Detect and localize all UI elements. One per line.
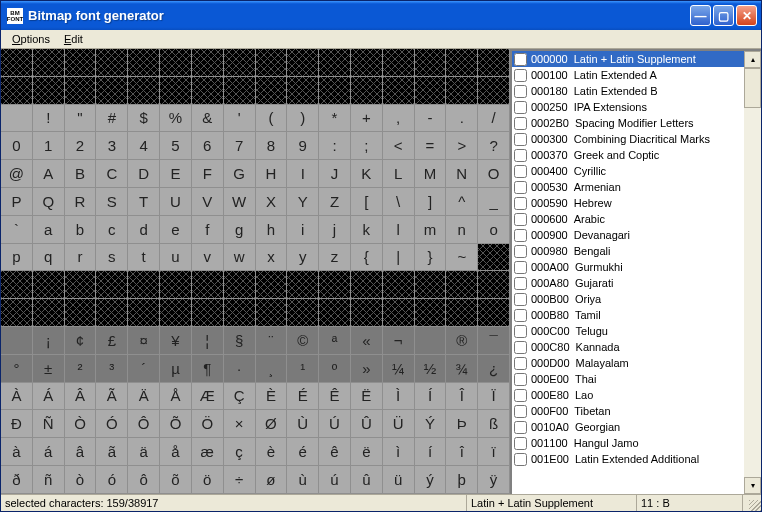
range-row[interactable]: 000250IPA Extensions [512, 99, 761, 115]
range-row[interactable]: 0010A0Georgian [512, 419, 761, 435]
range-checkbox[interactable] [514, 229, 527, 242]
char-cell[interactable]: È [256, 383, 288, 411]
char-cell[interactable] [160, 77, 192, 105]
char-cell[interactable] [128, 49, 160, 77]
char-cell[interactable]: Ë [351, 383, 383, 411]
char-cell[interactable]: 2 [65, 132, 97, 160]
char-cell[interactable]: õ [160, 466, 192, 494]
char-cell[interactable]: ¶ [192, 355, 224, 383]
char-cell[interactable] [256, 271, 288, 299]
char-cell[interactable]: b [65, 216, 97, 244]
char-cell[interactable]: ' [224, 105, 256, 133]
char-cell[interactable]: À [1, 383, 33, 411]
char-cell[interactable]: É [287, 383, 319, 411]
char-cell[interactable]: 0 [1, 132, 33, 160]
char-cell[interactable]: o [478, 216, 510, 244]
scrollbar[interactable]: ▴ ▾ [744, 51, 761, 494]
char-cell[interactable] [192, 49, 224, 77]
char-cell[interactable] [1, 271, 33, 299]
char-cell[interactable]: ç [224, 438, 256, 466]
char-cell[interactable] [351, 77, 383, 105]
char-cell[interactable]: Ö [192, 410, 224, 438]
range-row[interactable]: 000C80Kannada [512, 339, 761, 355]
char-cell[interactable]: u [160, 244, 192, 272]
char-cell[interactable]: m [415, 216, 447, 244]
char-cell[interactable] [478, 271, 510, 299]
char-cell[interactable]: × [224, 410, 256, 438]
char-cell[interactable] [319, 271, 351, 299]
titlebar[interactable]: BMFONT Bitmap font generator — ▢ ✕ [1, 1, 761, 30]
char-cell[interactable] [128, 271, 160, 299]
char-cell[interactable] [319, 299, 351, 327]
range-row[interactable]: 000A00Gurmukhi [512, 259, 761, 275]
range-checkbox[interactable] [514, 293, 527, 306]
char-cell[interactable]: Ù [287, 410, 319, 438]
char-cell[interactable]: ^ [446, 188, 478, 216]
char-cell[interactable]: ´ [128, 355, 160, 383]
menu-options[interactable]: Options [5, 31, 57, 47]
char-cell[interactable]: ó [96, 466, 128, 494]
character-grid[interactable]: !"#$%&'()*+,-./0123456789:;<=>?@ABCDEFGH… [1, 49, 510, 494]
range-checkbox[interactable] [514, 53, 527, 66]
range-checkbox[interactable] [514, 373, 527, 386]
char-cell[interactable]: µ [160, 355, 192, 383]
char-cell[interactable]: & [192, 105, 224, 133]
char-cell[interactable]: v [192, 244, 224, 272]
char-cell[interactable] [33, 77, 65, 105]
range-checkbox[interactable] [514, 357, 527, 370]
char-cell[interactable]: ( [256, 105, 288, 133]
range-row[interactable]: 000C00Telugu [512, 323, 761, 339]
char-cell[interactable]: Ø [256, 410, 288, 438]
char-cell[interactable] [1, 77, 33, 105]
char-cell[interactable]: Í [415, 383, 447, 411]
char-cell[interactable]: P [1, 188, 33, 216]
char-cell[interactable]: à [1, 438, 33, 466]
char-cell[interactable]: 7 [224, 132, 256, 160]
char-cell[interactable]: ô [128, 466, 160, 494]
maximize-button[interactable]: ▢ [713, 5, 734, 26]
char-cell[interactable] [446, 49, 478, 77]
char-cell[interactable]: ê [319, 438, 351, 466]
char-cell[interactable]: Ý [415, 410, 447, 438]
char-cell[interactable]: ¡ [33, 327, 65, 355]
range-checkbox[interactable] [514, 149, 527, 162]
char-cell[interactable] [96, 271, 128, 299]
char-cell[interactable] [33, 49, 65, 77]
char-cell[interactable]: ~ [446, 244, 478, 272]
range-row[interactable]: 000100Latin Extended A [512, 67, 761, 83]
char-cell[interactable]: V [192, 188, 224, 216]
range-checkbox[interactable] [514, 325, 527, 338]
char-cell[interactable]: h [256, 216, 288, 244]
char-cell[interactable] [160, 271, 192, 299]
range-row[interactable]: 000980Bengali [512, 243, 761, 259]
char-cell[interactable]: $ [128, 105, 160, 133]
char-cell[interactable] [192, 77, 224, 105]
char-cell[interactable]: X [256, 188, 288, 216]
char-cell[interactable]: ý [415, 466, 447, 494]
range-checkbox[interactable] [514, 437, 527, 450]
char-cell[interactable]: ÿ [478, 466, 510, 494]
char-cell[interactable] [351, 49, 383, 77]
range-checkbox[interactable] [514, 341, 527, 354]
range-checkbox[interactable] [514, 405, 527, 418]
range-checkbox[interactable] [514, 309, 527, 322]
range-checkbox[interactable] [514, 261, 527, 274]
char-cell[interactable]: Ô [128, 410, 160, 438]
char-cell[interactable]: 9 [287, 132, 319, 160]
char-cell[interactable]: < [383, 132, 415, 160]
char-cell[interactable]: î [446, 438, 478, 466]
range-checkbox[interactable] [514, 117, 527, 130]
char-cell[interactable]: ® [446, 327, 478, 355]
char-cell[interactable] [478, 77, 510, 105]
char-cell[interactable]: g [224, 216, 256, 244]
range-row[interactable]: 000B00Oriya [512, 291, 761, 307]
char-cell[interactable]: w [224, 244, 256, 272]
range-checkbox[interactable] [514, 133, 527, 146]
char-cell[interactable]: ü [383, 466, 415, 494]
char-cell[interactable]: å [160, 438, 192, 466]
char-cell[interactable]: S [96, 188, 128, 216]
range-row[interactable]: 000300Combining Diacritical Marks [512, 131, 761, 147]
char-cell[interactable]: Ñ [33, 410, 65, 438]
char-cell[interactable]: ¦ [192, 327, 224, 355]
char-cell[interactable]: Ð [1, 410, 33, 438]
